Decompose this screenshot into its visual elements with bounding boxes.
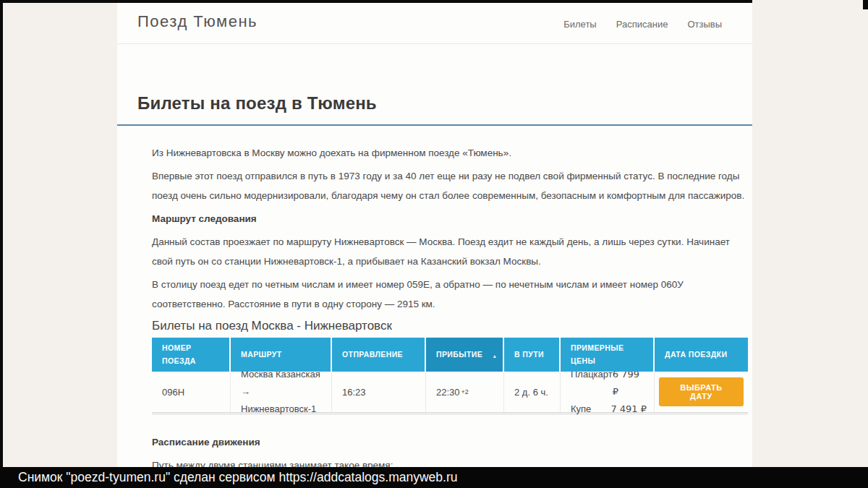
table-row: 096Н Москва Казанская → Нижневартовск-1 … (152, 372, 748, 413)
tickets-table: НОМЕР ПОЕЗДА МАРШРУТ ОТПРАВЛЕНИЕ ПРИБЫТИ… (152, 338, 748, 415)
schedule-heading: Расписание движения (152, 432, 749, 452)
arrival-day-offset: +2 (461, 388, 469, 395)
nav-item-tickets[interactable]: Билеты (563, 19, 596, 30)
select-date-button[interactable]: ВЫБРАТЬ ДАТУ (659, 377, 744, 406)
screenshot-corner-mark (863, 0, 868, 9)
tickets-table-header: НОМЕР ПОЕЗДА МАРШРУТ ОТПРАВЛЕНИЕ ПРИБЫТИ… (152, 338, 748, 372)
price-value: 7 491 ₽ (610, 401, 647, 418)
cell-trip-date: ВЫБРАТЬ ДАТУ (655, 372, 748, 412)
route-paragraph-1: Данный состав проезжает по маршруту Нижн… (152, 232, 749, 271)
cell-route: Москва Казанская → Нижневартовск-1 (231, 372, 332, 412)
site-header: Поезд Тюмень Билеты Расписание Отзывы (117, 3, 752, 44)
price-class-label: Купе (571, 401, 591, 418)
column-header-route[interactable]: МАРШРУТ (231, 338, 332, 372)
cell-train-number: 096Н (152, 372, 231, 412)
nav-item-schedule[interactable]: Расписание (616, 19, 668, 30)
site-logo[interactable]: Поезд Тюмень (137, 12, 258, 31)
column-header-duration[interactable]: В ПУТИ (504, 338, 561, 372)
price-row-kupe: Купе 7 491 ₽ (571, 401, 647, 418)
intro-paragraph-1: Из Нижневартовска в Москву можно доехать… (152, 143, 749, 163)
screenshot-frame-left (0, 0, 3, 467)
column-header-label: ОТПРАВЛЕНИЕ (342, 348, 403, 361)
watermark-text: Снимок "poezd-tyumen.ru" сделан сервисом… (18, 470, 458, 485)
cell-departure: 16:23 (332, 372, 426, 412)
column-header-label: В ПУТИ (514, 348, 544, 361)
main-nav: Билеты Расписание Отзывы (563, 19, 722, 30)
arrival-time: 22:30 (436, 387, 460, 398)
route-paragraph-2: В столицу поезд едет по четным числам и … (152, 275, 749, 314)
route-to: Нижневартовск-1 (241, 401, 316, 418)
schedule-paragraph: Путь между двумя станциями занимает тако… (152, 455, 749, 467)
column-header-label: ПРИБЫТИЕ (436, 348, 482, 361)
column-header-train-number[interactable]: НОМЕР ПОЕЗДА (152, 338, 231, 372)
sort-ascending-icon[interactable]: ▴ (493, 352, 496, 361)
column-header-arrival[interactable]: ПРИБЫТИЕ ▴ (426, 338, 504, 372)
trip-duration: 2 д. 6 ч. (514, 387, 548, 398)
train-number: 096Н (162, 387, 184, 398)
page-title: Билеты на поезд в Тюмень (137, 93, 752, 114)
watermark-bar: Снимок "poezd-tyumen.ru" сделан сервисом… (0, 467, 868, 488)
cell-prices: Плацкарт 6 799 ₽ Купе 7 491 ₽ (561, 372, 655, 412)
column-header-label: МАРШРУТ (241, 348, 282, 361)
column-header-prices[interactable]: ПРИМЕРНЫЕ ЦЕНЫ (561, 338, 655, 372)
tickets-heading: Билеты на поезд Москва - Нижневартовск (152, 317, 749, 335)
column-header-label: ПРИМЕРНЫЕ ЦЕНЫ (571, 342, 646, 368)
column-header-trip-date[interactable]: ДАТА ПОЕЗДКИ (655, 338, 748, 372)
column-header-label: ДАТА ПОЕЗДКИ (665, 348, 727, 361)
column-header-label: НОМЕР ПОЕЗДА (162, 342, 222, 368)
column-header-departure[interactable]: ОТПРАВЛЕНИЕ (332, 338, 426, 372)
cell-duration: 2 д. 6 ч. (504, 372, 561, 412)
article-content: Из Нижневартовска в Москву можно доехать… (117, 126, 752, 467)
intro-paragraph-2: Впервые этот поезд отправился в путь в 1… (152, 166, 749, 205)
route-heading: Маршрут следования (152, 209, 749, 228)
departure-time: 16:23 (342, 387, 366, 398)
nav-item-reviews[interactable]: Отзывы (687, 19, 722, 30)
cell-arrival: 22:30 +2 (426, 372, 504, 412)
page-sheet: Поезд Тюмень Билеты Расписание Отзывы Би… (117, 3, 752, 467)
